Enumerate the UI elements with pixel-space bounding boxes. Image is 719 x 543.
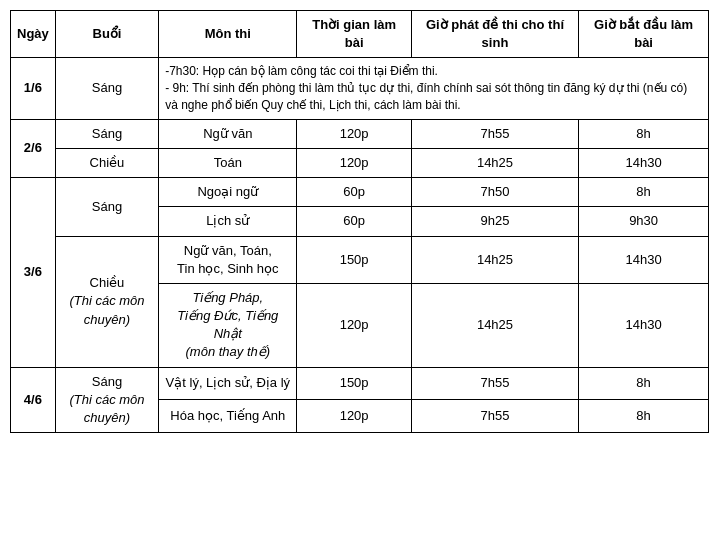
header-ngay: Ngày	[11, 11, 56, 58]
cell-gio-bat-dau: 14h30	[579, 148, 709, 177]
cell-gio-phat: 7h55	[411, 119, 578, 148]
cell-thoi-gian: 120p	[297, 148, 411, 177]
cell-mon-thi: Ngữ văn, Toán,Tin học, Sinh học	[159, 236, 297, 283]
cell-gio-phat: 7h55	[411, 367, 578, 400]
cell-thoi-gian: 120p	[297, 400, 411, 433]
cell-thoi-gian: 150p	[297, 367, 411, 400]
cell-ngay: 2/6	[11, 119, 56, 177]
cell-ngay: 1/6	[11, 58, 56, 119]
exam-schedule-table: Ngày Buổi Môn thi Thời gian làm bài Giờ …	[10, 10, 709, 433]
cell-buoi: Chiều(Thi các môn chuyên)	[55, 236, 158, 367]
cell-gio-bat-dau: 8h	[579, 119, 709, 148]
cell-mon-thi: Ngoại ngữ	[159, 178, 297, 207]
cell-mon-thi: Tiếng Pháp,Tiếng Đức, Tiếng Nhật(môn tha…	[159, 283, 297, 367]
cell-buoi: Sáng	[55, 119, 158, 148]
cell-mon-thi: Ngữ văn	[159, 119, 297, 148]
cell-gio-bat-dau: 9h30	[579, 207, 709, 236]
header-mon-thi: Môn thi	[159, 11, 297, 58]
cell-gio-bat-dau: 14h30	[579, 283, 709, 367]
cell-gio-bat-dau: 8h	[579, 178, 709, 207]
table-row: Chiều(Thi các môn chuyên) Ngữ văn, Toán,…	[11, 236, 709, 283]
header-buoi: Buổi	[55, 11, 158, 58]
table-row: Chiều Toán 120p 14h25 14h30	[11, 148, 709, 177]
table-row: 3/6 Sáng Ngoại ngữ 60p 7h50 8h	[11, 178, 709, 207]
cell-gio-bat-dau: 8h	[579, 400, 709, 433]
cell-mon-thi: Lịch sử	[159, 207, 297, 236]
cell-gio-phat: 7h50	[411, 178, 578, 207]
cell-thoi-gian: 150p	[297, 236, 411, 283]
cell-thoi-gian: 120p	[297, 119, 411, 148]
header-gio-phat: Giờ phát đề thi cho thí sinh	[411, 11, 578, 58]
cell-mon-thi: Toán	[159, 148, 297, 177]
cell-gio-phat: 14h25	[411, 148, 578, 177]
table-row: 4/6 Sáng(Thi các môn chuyên) Vật lý, Lịc…	[11, 367, 709, 400]
cell-ngay: 4/6	[11, 367, 56, 433]
cell-gio-phat: 14h25	[411, 236, 578, 283]
cell-gio-bat-dau: 14h30	[579, 236, 709, 283]
cell-ngay: 3/6	[11, 178, 56, 368]
cell-gio-bat-dau: 8h	[579, 367, 709, 400]
table-row: 1/6 Sáng -7h30: Họp cán bộ làm công tác …	[11, 58, 709, 119]
header-gio-bat-dau: Giờ bắt đầu làm bài	[579, 11, 709, 58]
cell-thoi-gian: 120p	[297, 283, 411, 367]
cell-gio-phat: 14h25	[411, 283, 578, 367]
cell-mon-thi: Vật lý, Lịch sử, Địa lý	[159, 367, 297, 400]
cell-note: -7h30: Họp cán bộ làm công tác coi thi t…	[159, 58, 709, 119]
cell-mon-thi: Hóa học, Tiếng Anh	[159, 400, 297, 433]
cell-buoi: Sáng	[55, 58, 158, 119]
table-row: 2/6 Sáng Ngữ văn 120p 7h55 8h	[11, 119, 709, 148]
cell-gio-phat: 7h55	[411, 400, 578, 433]
cell-gio-phat: 9h25	[411, 207, 578, 236]
cell-buoi: Sáng(Thi các môn chuyên)	[55, 367, 158, 433]
cell-buoi: Sáng	[55, 178, 158, 236]
cell-buoi: Chiều	[55, 148, 158, 177]
cell-thoi-gian: 60p	[297, 178, 411, 207]
header-thoi-gian: Thời gian làm bài	[297, 11, 411, 58]
cell-thoi-gian: 60p	[297, 207, 411, 236]
